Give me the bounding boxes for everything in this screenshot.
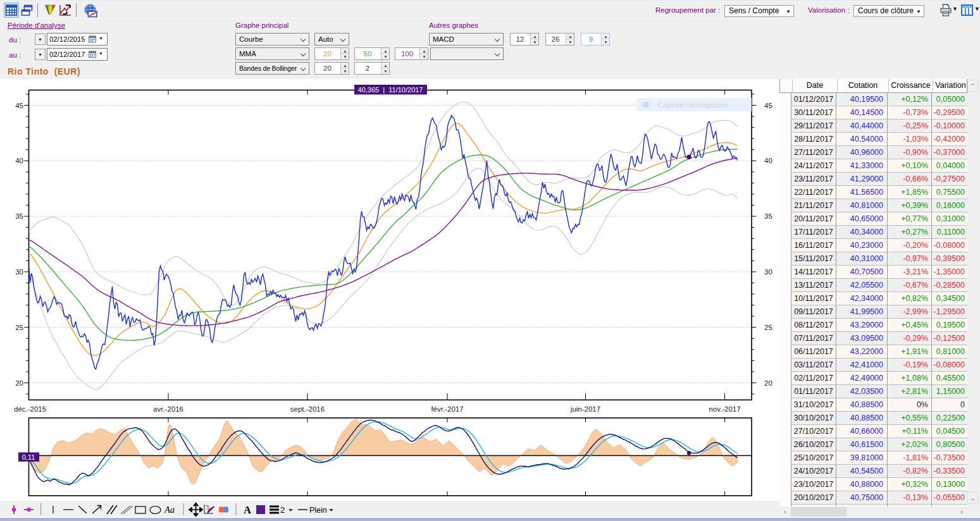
svg-text:0,11: 0,11 [22,453,35,461]
svg-text:A: A [244,504,251,516]
svg-text:40: 40 [15,157,23,164]
svg-text:2: 2 [280,505,285,515]
svg-text:Aa: Aa [164,505,175,515]
svg-text:30: 30 [15,268,23,276]
svg-text:avr.-2016: avr.-2016 [153,405,183,413]
svg-text:40,365 | 11/10/2017: 40,365 | 11/10/2017 [358,86,423,94]
svg-text:35: 35 [15,212,23,220]
svg-text:25: 25 [15,324,23,331]
svg-text:déc.-2015: déc.-2015 [14,405,46,413]
svg-text:juin-2017: juin-2017 [570,405,600,413]
svg-text:30: 30 [764,268,772,276]
svg-text:40: 40 [764,157,772,164]
svg-text:Plein: Plein [309,506,327,515]
svg-text:25: 25 [764,324,772,331]
svg-text:févr.-2017: févr.-2017 [431,405,463,413]
svg-text:20: 20 [764,379,772,387]
svg-text:Capture rectangulaire: Capture rectangulaire [658,101,728,109]
svg-text:45: 45 [764,102,772,109]
svg-text:sept.-2016: sept.-2016 [290,405,325,413]
svg-text:nov.-2017: nov.-2017 [709,405,740,413]
svg-text:35: 35 [764,212,772,220]
svg-text:20: 20 [15,379,23,387]
svg-text:45: 45 [15,102,23,109]
